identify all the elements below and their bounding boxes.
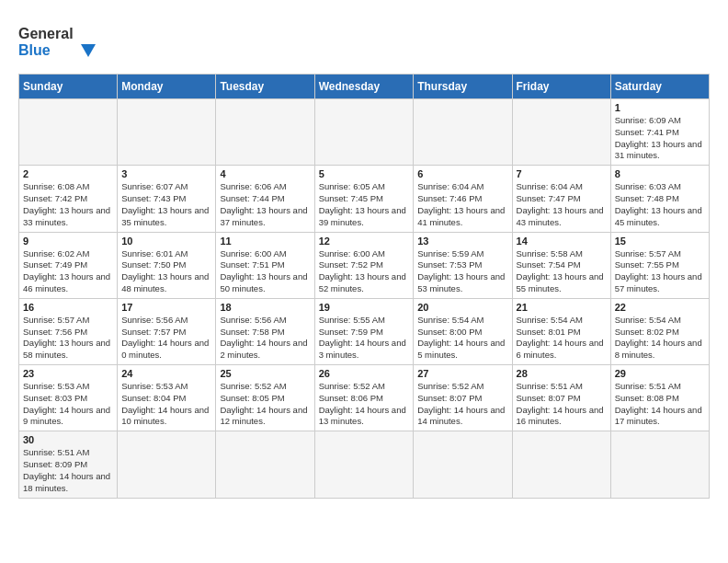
calendar-cell: 30Sunrise: 5:51 AM Sunset: 8:09 PM Dayli…: [19, 431, 118, 498]
weekday-header-monday: Monday: [118, 75, 216, 99]
day-number: 16: [23, 302, 113, 313]
day-number: 20: [417, 302, 507, 313]
day-info: Sunrise: 5:51 AM Sunset: 8:08 PM Dayligh…: [615, 381, 705, 428]
day-number: 19: [319, 302, 410, 313]
day-number: 21: [517, 302, 607, 313]
day-number: 13: [417, 236, 507, 247]
calendar-cell: 26Sunrise: 5:52 AM Sunset: 8:06 PM Dayli…: [314, 365, 414, 431]
day-info: Sunrise: 5:54 AM Sunset: 8:02 PM Dayligh…: [615, 315, 705, 362]
day-info: Sunrise: 5:52 AM Sunset: 8:07 PM Dayligh…: [417, 381, 507, 428]
calendar-cell: [118, 99, 216, 166]
day-info: Sunrise: 5:52 AM Sunset: 8:05 PM Dayligh…: [220, 381, 310, 428]
calendar-week-5: 30Sunrise: 5:51 AM Sunset: 8:09 PM Dayli…: [19, 431, 710, 498]
day-info: Sunrise: 5:51 AM Sunset: 8:09 PM Dayligh…: [23, 447, 113, 494]
day-info: Sunrise: 5:56 AM Sunset: 7:57 PM Dayligh…: [121, 315, 211, 362]
calendar-cell: 18Sunrise: 5:56 AM Sunset: 7:58 PM Dayli…: [216, 298, 314, 364]
day-number: 12: [319, 236, 410, 247]
calendar-cell: 4Sunrise: 6:06 AM Sunset: 7:44 PM Daylig…: [216, 166, 314, 232]
weekday-header-saturday: Saturday: [610, 75, 709, 99]
day-info: Sunrise: 5:51 AM Sunset: 8:07 PM Dayligh…: [517, 381, 607, 428]
day-number: 3: [121, 168, 211, 179]
calendar-cell: 20Sunrise: 5:54 AM Sunset: 8:00 PM Dayli…: [414, 298, 512, 364]
calendar-cell: [512, 99, 610, 166]
day-info: Sunrise: 5:52 AM Sunset: 8:06 PM Dayligh…: [319, 381, 410, 428]
calendar-cell: [414, 99, 512, 166]
logo-svg: General Blue: [18, 18, 101, 64]
calendar-cell: 28Sunrise: 5:51 AM Sunset: 8:07 PM Dayli…: [512, 365, 610, 431]
day-number: 18: [220, 302, 310, 313]
day-info: Sunrise: 5:53 AM Sunset: 8:03 PM Dayligh…: [23, 381, 113, 428]
calendar-cell: 10Sunrise: 6:01 AM Sunset: 7:50 PM Dayli…: [118, 232, 216, 298]
day-number: 9: [23, 236, 113, 247]
calendar-cell: [314, 99, 414, 166]
calendar-cell: [610, 431, 709, 498]
day-info: Sunrise: 6:04 AM Sunset: 7:47 PM Dayligh…: [517, 181, 607, 228]
day-number: 24: [121, 368, 211, 379]
day-info: Sunrise: 6:00 AM Sunset: 7:51 PM Dayligh…: [220, 248, 310, 295]
calendar-cell: [216, 431, 314, 498]
day-number: 26: [319, 368, 410, 379]
calendar-week-4: 23Sunrise: 5:53 AM Sunset: 8:03 PM Dayli…: [19, 365, 710, 431]
day-number: 5: [319, 168, 410, 179]
svg-text:General: General: [18, 26, 74, 41]
day-info: Sunrise: 6:09 AM Sunset: 7:41 PM Dayligh…: [615, 115, 705, 162]
calendar-cell: 8Sunrise: 6:03 AM Sunset: 7:48 PM Daylig…: [610, 166, 709, 232]
day-number: 4: [220, 168, 310, 179]
day-info: Sunrise: 6:04 AM Sunset: 7:46 PM Dayligh…: [417, 181, 507, 228]
day-number: 23: [23, 368, 113, 379]
calendar-cell: 12Sunrise: 6:00 AM Sunset: 7:52 PM Dayli…: [314, 232, 414, 298]
weekday-header-thursday: Thursday: [414, 75, 512, 99]
calendar-week-1: 2Sunrise: 6:08 AM Sunset: 7:42 PM Daylig…: [19, 166, 710, 232]
calendar-cell: [19, 99, 118, 166]
weekday-header-wednesday: Wednesday: [314, 75, 414, 99]
day-number: 1: [615, 102, 705, 113]
calendar-cell: 29Sunrise: 5:51 AM Sunset: 8:08 PM Dayli…: [610, 365, 709, 431]
day-number: 30: [23, 434, 113, 445]
calendar-week-2: 9Sunrise: 6:02 AM Sunset: 7:49 PM Daylig…: [19, 232, 710, 298]
day-info: Sunrise: 6:08 AM Sunset: 7:42 PM Dayligh…: [23, 181, 113, 228]
calendar-cell: 25Sunrise: 5:52 AM Sunset: 8:05 PM Dayli…: [216, 365, 314, 431]
weekday-header-sunday: Sunday: [19, 75, 118, 99]
calendar-cell: [216, 99, 314, 166]
day-number: 10: [121, 236, 211, 247]
calendar-cell: 6Sunrise: 6:04 AM Sunset: 7:46 PM Daylig…: [414, 166, 512, 232]
day-info: Sunrise: 6:01 AM Sunset: 7:50 PM Dayligh…: [121, 248, 211, 295]
day-info: Sunrise: 5:58 AM Sunset: 7:54 PM Dayligh…: [517, 248, 607, 295]
day-info: Sunrise: 6:02 AM Sunset: 7:49 PM Dayligh…: [23, 248, 113, 295]
calendar-cell: 17Sunrise: 5:56 AM Sunset: 7:57 PM Dayli…: [118, 298, 216, 364]
weekday-header-tuesday: Tuesday: [216, 75, 314, 99]
day-info: Sunrise: 6:00 AM Sunset: 7:52 PM Dayligh…: [319, 248, 410, 295]
calendar-week-0: 1Sunrise: 6:09 AM Sunset: 7:41 PM Daylig…: [19, 99, 710, 166]
day-number: 7: [517, 168, 607, 179]
day-info: Sunrise: 5:59 AM Sunset: 7:53 PM Dayligh…: [417, 248, 507, 295]
calendar-cell: 21Sunrise: 5:54 AM Sunset: 8:01 PM Dayli…: [512, 298, 610, 364]
calendar-cell: 16Sunrise: 5:57 AM Sunset: 7:56 PM Dayli…: [19, 298, 118, 364]
calendar-week-3: 16Sunrise: 5:57 AM Sunset: 7:56 PM Dayli…: [19, 298, 710, 364]
svg-text:Blue: Blue: [18, 42, 51, 58]
day-info: Sunrise: 6:03 AM Sunset: 7:48 PM Dayligh…: [615, 181, 705, 228]
day-number: 11: [220, 236, 310, 247]
svg-marker-2: [81, 44, 96, 57]
day-info: Sunrise: 5:56 AM Sunset: 7:58 PM Dayligh…: [220, 315, 310, 362]
day-number: 15: [615, 236, 705, 247]
day-info: Sunrise: 5:54 AM Sunset: 8:01 PM Dayligh…: [517, 315, 607, 362]
weekday-header-friday: Friday: [512, 75, 610, 99]
calendar-cell: 22Sunrise: 5:54 AM Sunset: 8:02 PM Dayli…: [610, 298, 709, 364]
day-info: Sunrise: 5:57 AM Sunset: 7:55 PM Dayligh…: [615, 248, 705, 295]
calendar-cell: 3Sunrise: 6:07 AM Sunset: 7:43 PM Daylig…: [118, 166, 216, 232]
calendar-cell: 1Sunrise: 6:09 AM Sunset: 7:41 PM Daylig…: [610, 99, 709, 166]
day-number: 14: [517, 236, 607, 247]
calendar-cell: 13Sunrise: 5:59 AM Sunset: 7:53 PM Dayli…: [414, 232, 512, 298]
calendar-cell: 14Sunrise: 5:58 AM Sunset: 7:54 PM Dayli…: [512, 232, 610, 298]
day-info: Sunrise: 6:07 AM Sunset: 7:43 PM Dayligh…: [121, 181, 211, 228]
calendar-cell: 23Sunrise: 5:53 AM Sunset: 8:03 PM Dayli…: [19, 365, 118, 431]
day-info: Sunrise: 5:54 AM Sunset: 8:00 PM Dayligh…: [417, 315, 507, 362]
day-info: Sunrise: 5:55 AM Sunset: 7:59 PM Dayligh…: [319, 315, 410, 362]
calendar-cell: 24Sunrise: 5:53 AM Sunset: 8:04 PM Dayli…: [118, 365, 216, 431]
day-number: 29: [615, 368, 705, 379]
calendar-cell: 15Sunrise: 5:57 AM Sunset: 7:55 PM Dayli…: [610, 232, 709, 298]
calendar-cell: [314, 431, 414, 498]
day-info: Sunrise: 6:05 AM Sunset: 7:45 PM Dayligh…: [319, 181, 410, 228]
calendar-cell: [414, 431, 512, 498]
header: General Blue: [18, 18, 710, 64]
